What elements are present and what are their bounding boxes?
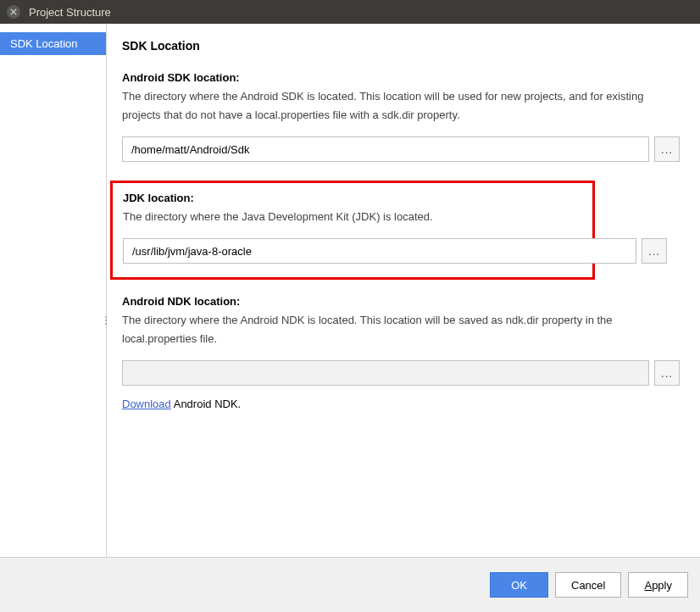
apply-button[interactable]: Apply bbox=[628, 572, 688, 598]
android-ndk-desc: The directory where the Android NDK is l… bbox=[122, 311, 680, 348]
main-panel: SDK Location Android SDK location: The d… bbox=[107, 24, 700, 557]
sidebar-item-label: SDK Location bbox=[10, 37, 78, 50]
ndk-download-link[interactable]: Download bbox=[122, 398, 171, 410]
jdk-desc: The directory where the Java Development… bbox=[123, 208, 582, 226]
sidebar-item-sdk-location[interactable]: SDK Location bbox=[0, 32, 106, 55]
android-ndk-section: Android NDK location: The directory wher… bbox=[122, 295, 680, 410]
jdk-label: JDK location: bbox=[123, 192, 582, 204]
android-ndk-browse-button[interactable]: ... bbox=[654, 360, 680, 386]
sidebar: SDK Location bbox=[0, 24, 107, 557]
android-sdk-desc: The directory where the Android SDK is l… bbox=[122, 87, 680, 125]
ok-button[interactable]: OK bbox=[490, 572, 548, 598]
android-sdk-input[interactable] bbox=[122, 136, 649, 162]
apply-rest: pply bbox=[652, 579, 672, 592]
jdk-highlight-box: JDK location: The directory where the Ja… bbox=[110, 181, 595, 280]
android-sdk-browse-button[interactable]: ... bbox=[654, 136, 680, 162]
page-title: SDK Location bbox=[122, 39, 680, 53]
cancel-button[interactable]: Cancel bbox=[555, 572, 621, 598]
jdk-browse-button[interactable]: ... bbox=[642, 238, 667, 264]
android-sdk-section: Android SDK location: The directory wher… bbox=[122, 71, 680, 162]
android-sdk-label: Android SDK location: bbox=[122, 71, 680, 84]
titlebar: Project Structure bbox=[0, 0, 700, 24]
dialog-body: SDK Location SDK Location Android SDK lo… bbox=[0, 24, 700, 558]
close-icon[interactable] bbox=[7, 5, 20, 19]
ndk-download-suffix: Android NDK. bbox=[171, 398, 241, 410]
dialog-footer: OK Cancel Apply bbox=[0, 558, 700, 612]
window-title: Project Structure bbox=[29, 6, 111, 19]
android-ndk-label: Android NDK location: bbox=[122, 295, 680, 308]
android-ndk-input[interactable] bbox=[122, 360, 649, 386]
sidebar-resize-handle[interactable] bbox=[103, 312, 109, 329]
ndk-download-line: Download Android NDK. bbox=[122, 398, 680, 410]
jdk-input[interactable] bbox=[123, 238, 636, 264]
